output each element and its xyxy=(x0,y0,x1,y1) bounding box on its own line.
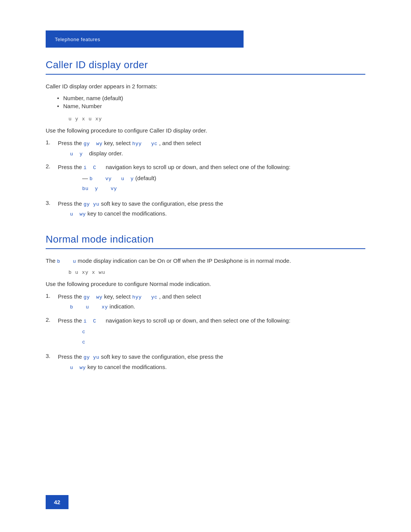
key-ref: i C xyxy=(84,318,96,324)
section2-title: Normal mode indication xyxy=(46,233,365,249)
key-ref: c xyxy=(82,329,85,335)
step-num: 1. xyxy=(46,292,58,299)
page-number-box: 42 xyxy=(46,495,68,509)
list-item: c xyxy=(82,327,365,336)
key-ref: u wy xyxy=(70,365,86,371)
step-num: 2. xyxy=(46,163,58,169)
section1-title: Caller ID display order xyxy=(46,59,365,75)
section1-steps: 1. Press the gy wy key, select hyy yc , … xyxy=(46,139,365,218)
indented-items: — b vy u y (default) bu y vy xyxy=(82,174,365,193)
step-content: Press the i C navigation keys to scroll … xyxy=(58,316,365,348)
step-content: Press the gy wy key, select hyy yc , and… xyxy=(58,292,365,311)
section1-procedure-intro: Use the following procedure to configure… xyxy=(46,127,365,134)
header-banner: Telephone features xyxy=(46,30,244,48)
key-ref: gy wy xyxy=(84,141,103,147)
step-3: 3. Press the gy yu soft key to save the … xyxy=(46,200,365,218)
sub-item: u wy key to cancel the modifications. xyxy=(70,363,365,372)
key-ref: hyy yc xyxy=(132,294,157,300)
list-item: bu y vy xyxy=(82,184,365,193)
key-ref: hyy yc xyxy=(132,141,157,147)
section-normal-mode: Normal mode indication The b u mode disp… xyxy=(46,233,365,372)
key-ref: i C xyxy=(84,165,96,171)
sub-item: b u xy indication. xyxy=(70,302,365,311)
section2-steps: 1. Press the gy wy key, select hyy yc , … xyxy=(46,292,365,372)
indented-items: c c xyxy=(82,327,365,346)
bullet-item: Number, name (default) xyxy=(57,95,365,101)
key-ref: c xyxy=(82,339,85,345)
key-ref: b vy u y xyxy=(89,176,134,182)
section2-intro: The b u mode display indication can be O… xyxy=(46,257,365,264)
section1-bullets: Number, name (default) Name, Number xyxy=(57,95,365,109)
step-num: 1. xyxy=(46,139,58,145)
step-2: 2. Press the i C navigation keys to scro… xyxy=(46,163,365,194)
header-banner-text: Telephone features xyxy=(55,37,100,42)
list-item: c xyxy=(82,337,365,346)
step-num: 3. xyxy=(46,353,58,359)
page-number: 42 xyxy=(54,499,61,505)
list-item: — b vy u y (default) xyxy=(82,174,365,183)
key-ref: u wy xyxy=(70,211,86,217)
section1-code: u y x u xy xyxy=(68,116,365,122)
bullet-item: Name, Number xyxy=(57,103,365,109)
sub-item: u y display order. xyxy=(70,149,365,158)
step-content: Press the gy yu soft key to save the con… xyxy=(58,200,365,218)
sub-item: u wy key to cancel the modifications. xyxy=(70,209,365,218)
step-3: 3. Press the gy yu soft key to save the … xyxy=(46,353,365,371)
key-ref: b u xyxy=(57,259,76,264)
section2-procedure-intro: Use the following procedure to configure… xyxy=(46,281,365,287)
step-content: Press the gy yu soft key to save the con… xyxy=(58,353,365,371)
key-ref: gy wy xyxy=(84,294,103,300)
key-ref: u y xyxy=(70,151,83,157)
step-content: Press the gy wy key, select hyy yc , and… xyxy=(58,139,365,158)
key-ref: gy yu xyxy=(84,355,100,360)
step-num: 2. xyxy=(46,316,58,323)
page-container: Telephone features Caller ID display ord… xyxy=(0,0,411,532)
step-content: Press the i C navigation keys to scroll … xyxy=(58,163,365,194)
key-ref: bu y vy xyxy=(82,186,117,192)
step-num: 3. xyxy=(46,200,58,206)
section-caller-id: Caller ID display order Caller ID displa… xyxy=(46,59,365,218)
step-1: 1. Press the gy wy key, select hyy yc , … xyxy=(46,139,365,158)
section2-code: b u xy x wu xyxy=(68,270,365,275)
step-2: 2. Press the i C navigation keys to scro… xyxy=(46,316,365,348)
key-ref: gy yu xyxy=(84,201,100,207)
step-1: 1. Press the gy wy key, select hyy yc , … xyxy=(46,292,365,311)
section1-intro: Caller ID display order appears in 2 for… xyxy=(46,83,365,89)
key-ref: b u xy xyxy=(70,304,108,310)
